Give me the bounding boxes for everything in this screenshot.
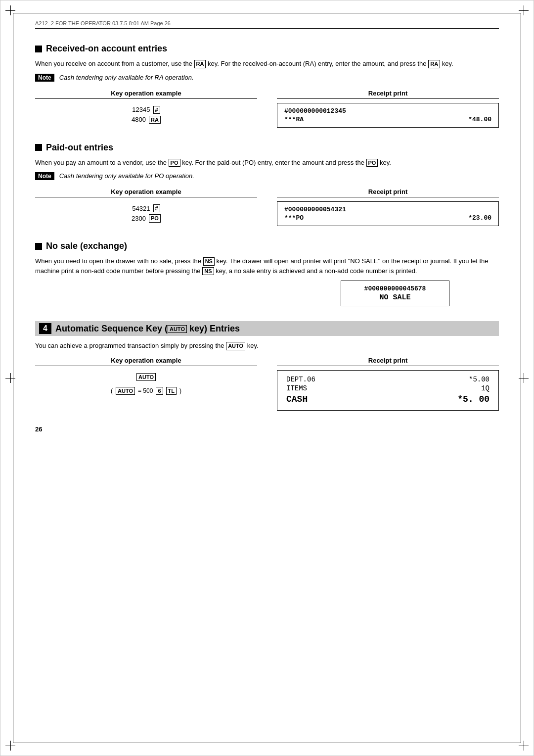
po-body-text-2: key. For the paid-out (PO) entry, enter … (182, 159, 364, 166)
ra-key-op-row-2: 4800 RA (132, 116, 161, 124)
auto-seq-title-part2: key) Entries (187, 324, 240, 333)
section-title-received-on-account: Received-on account entries (35, 44, 499, 54)
auto-receipt-r2-right: 1Q (481, 384, 490, 392)
header-text: A212_2 FOR THE OPERATOR 03.7.5 8:01 AM P… (35, 20, 171, 26)
key-tl: TL (166, 387, 177, 395)
po-receipt-line-1-text: #000000000054321 (284, 206, 346, 213)
received-on-account-body: When you receive on account from a custo… (35, 59, 499, 69)
auto-seq-title-part1: Automatic Sequence Key ( (55, 324, 168, 333)
crosshair-mid-left (5, 373, 15, 383)
section-title-paid-out: Paid-out entries (35, 142, 499, 153)
po-body-text-1: When you pay an amount to a vendor, use … (35, 159, 167, 166)
po-receipt-header: Receipt print (277, 188, 499, 197)
po-body-text-3: key. (380, 159, 391, 166)
crosshair-bottom-right (519, 741, 529, 751)
ra-receipt-line-2-left: ***RA (284, 116, 304, 123)
section-title-text: Received-on account entries (46, 44, 167, 54)
key-6: 6 (156, 387, 163, 395)
key-ns-inline-1: NS (203, 257, 215, 265)
body-text-1: When you receive on account from a custo… (35, 60, 192, 67)
auto-receipt-box: DEPT.06 *5.00 ITEMS 1Q CASH *5. 00 (277, 370, 499, 411)
page-header: A212_2 FOR THE OPERATOR 03.7.5 8:01 AM P… (35, 20, 499, 29)
auto-receipt-col: Receipt print DEPT.06 *5.00 ITEMS 1Q CAS… (277, 357, 499, 411)
crosshair-mid-right (519, 373, 529, 383)
section-auto-sequence: 4 Automatic Sequence Key (AUTO key) Entr… (35, 321, 499, 411)
po-receipt-line-2-right: *23.00 (468, 214, 491, 222)
key-po-op: PO (149, 214, 161, 222)
body-text-2: key. For the received-on-account (RA) en… (208, 60, 426, 67)
key-ns-inline-2: NS (202, 267, 214, 275)
auto-key-op-col: Key operation example AUTO ( AUTO = 500 … (35, 357, 257, 395)
auto-eq-paren-open: ( (111, 387, 113, 394)
no-sale-receipt-box: #000000000045678 NO SALE (341, 281, 449, 306)
ra-key-op-header: Key operation example (35, 90, 257, 99)
no-sale-body: When you need to open the drawer with no… (35, 256, 499, 276)
page-number: 26 (35, 425, 499, 433)
po-receipt-line-2-left: ***PO (284, 214, 304, 222)
key-po-inline-1: PO (169, 159, 180, 167)
ra-num-2: 4800 (132, 116, 146, 123)
ra-key-op-col: Key operation example 12345 # 4800 RA (35, 90, 257, 124)
auto-receipt-row-2: ITEMS 1Q (286, 384, 490, 392)
section-received-on-account: Received-on account entries When you rec… (35, 44, 499, 128)
ra-receipt-line-2-right: *48.00 (468, 116, 491, 123)
section-title-no-sale: No sale (exchange) (35, 241, 499, 251)
auto-receipt-r2-left: ITEMS (286, 384, 307, 392)
po-receipt-line-2: ***PO *23.00 (284, 214, 491, 222)
ra-receipt-header: Receipt print (277, 90, 499, 99)
po-example-columns: Key operation example 54321 # 2300 PO Re… (35, 188, 499, 226)
ra-receipt-line-2: ***RA *48.00 (284, 116, 491, 123)
auto-receipt-r3-right: *5. 00 (457, 394, 490, 404)
no-sale-receipt-wrapper: #000000000045678 NO SALE (35, 281, 499, 306)
auto-example-columns: Key operation example AUTO ( AUTO = 500 … (35, 357, 499, 411)
key-hash-ra: # (153, 106, 160, 114)
section-no-sale: No sale (exchange) When you need to open… (35, 241, 499, 306)
section-title-paid-out-text: Paid-out entries (46, 142, 113, 153)
section-paid-out: Paid-out entries When you pay an amount … (35, 142, 499, 227)
auto-eq-equals: = 500 (138, 387, 153, 394)
section-number-box: 4 (39, 323, 51, 334)
crosshair-bottom-left (5, 741, 15, 751)
auto-key-op-row-1: AUTO (136, 373, 156, 381)
ra-receipt-line-1-text: #000000000012345 (284, 107, 346, 115)
key-hash-po: # (153, 204, 160, 212)
note-text-ra: Cash tendering only available for RA ope… (59, 74, 194, 81)
paid-out-body: When you pay an amount to a vendor, use … (35, 158, 499, 168)
auto-body-2: key. (247, 342, 259, 349)
po-key-op-row-1: 54321 # (132, 204, 160, 212)
black-square-icon-ns (35, 243, 42, 250)
ns-body-text-3: key, a no sale entry is achieved and a n… (216, 267, 417, 275)
note-box-po: Note Cash tendering only available for P… (35, 172, 499, 180)
ra-key-op-content: 12345 # 4800 RA (35, 103, 257, 124)
page: A212_2 FOR THE OPERATOR 03.7.5 8:01 AM P… (0, 0, 534, 756)
note-label-po: Note (35, 172, 54, 180)
po-receipt-box: #000000000054321 ***PO *23.00 (277, 201, 499, 226)
auto-receipt-row-1: DEPT.06 *5.00 (286, 376, 490, 383)
crosshair-top-right (519, 5, 529, 15)
po-key-op-content: 54321 # 2300 PO (35, 201, 257, 223)
ra-receipt-box: #000000000012345 ***RA *48.00 (277, 103, 499, 128)
key-ra-op: RA (149, 116, 161, 124)
po-key-op-header: Key operation example (35, 188, 257, 197)
auto-receipt-r1-left: DEPT.06 (286, 376, 315, 383)
body-text-3: key. (442, 60, 453, 67)
po-receipt-col: Receipt print #000000000054321 ***PO *23… (277, 188, 499, 226)
po-key-op-row-2: 2300 PO (132, 214, 161, 222)
key-auto-title: AUTO (168, 325, 187, 333)
ra-key-op-row-1: 12345 # (132, 106, 160, 114)
po-num-2: 2300 (132, 215, 146, 222)
note-box-ra: Note Cash tendering only available for R… (35, 74, 499, 82)
note-label-ra: Note (35, 74, 54, 82)
auto-eq-paren-close: ) (179, 387, 181, 394)
po-num-1: 54321 (132, 205, 150, 212)
auto-receipt-row-3: CASH *5. 00 (286, 394, 490, 404)
auto-receipt-r1-right: *5.00 (469, 376, 490, 383)
auto-body-1: You can achieve a programmed transaction… (35, 342, 224, 349)
key-auto-body: AUTO (226, 342, 245, 350)
auto-key-op-header: Key operation example (35, 357, 257, 366)
ra-num-1: 12345 (132, 106, 150, 113)
crosshair-top-left (5, 5, 15, 15)
po-receipt-line-1: #000000000054321 (284, 206, 491, 213)
key-po-inline-2: PO (366, 159, 378, 167)
ra-example-columns: Key operation example 12345 # 4800 RA Re… (35, 90, 499, 128)
